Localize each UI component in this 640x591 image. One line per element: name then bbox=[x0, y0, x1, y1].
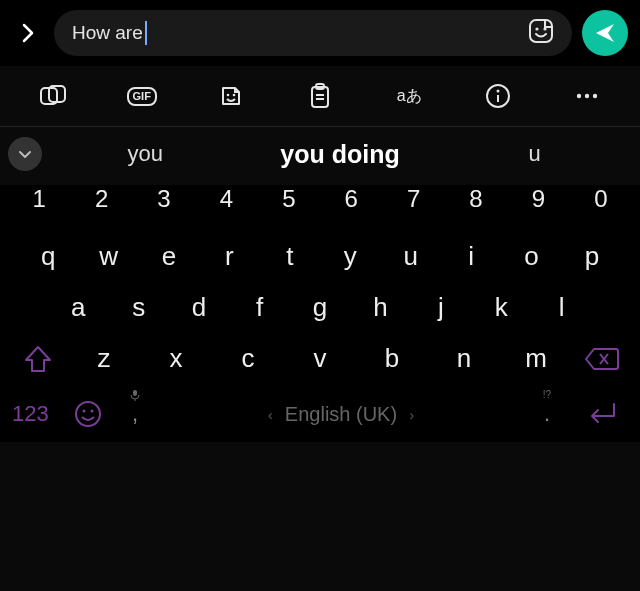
svg-point-6 bbox=[233, 94, 236, 97]
language-label: English (UK) bbox=[285, 403, 397, 426]
suggestion-row: you you doing u bbox=[0, 127, 640, 185]
key-7[interactable]: 7 bbox=[382, 185, 444, 213]
key-1[interactable]: 1 bbox=[8, 185, 70, 213]
key-4[interactable]: 4 bbox=[195, 185, 257, 213]
key-n[interactable]: n bbox=[428, 343, 500, 374]
key-9[interactable]: 9 bbox=[507, 185, 569, 213]
prev-lang-icon: ‹ bbox=[268, 406, 273, 423]
keyboard-toolbar: GIF aあ bbox=[0, 66, 640, 127]
gif-icon[interactable]: GIF bbox=[120, 80, 164, 112]
info-icon[interactable] bbox=[476, 80, 520, 112]
key-m[interactable]: m bbox=[500, 343, 572, 374]
clipboard-icon[interactable] bbox=[298, 80, 342, 112]
key-y[interactable]: y bbox=[320, 241, 380, 272]
more-icon[interactable] bbox=[565, 80, 609, 112]
message-input-text: How are bbox=[72, 22, 143, 44]
key-6[interactable]: 6 bbox=[320, 185, 382, 213]
key-f[interactable]: f bbox=[229, 292, 289, 323]
sticker-icon[interactable] bbox=[528, 18, 554, 48]
enter-key[interactable] bbox=[574, 401, 628, 427]
key-l[interactable]: l bbox=[532, 292, 592, 323]
key-k[interactable]: k bbox=[471, 292, 531, 323]
key-a[interactable]: a bbox=[48, 292, 108, 323]
svg-point-15 bbox=[585, 94, 589, 98]
key-b[interactable]: b bbox=[356, 343, 428, 374]
key-h[interactable]: h bbox=[350, 292, 410, 323]
suggestion-left[interactable]: you bbox=[48, 141, 243, 167]
svg-point-1 bbox=[535, 27, 538, 30]
svg-rect-0 bbox=[530, 20, 552, 42]
backspace-key[interactable] bbox=[572, 346, 632, 372]
key-w[interactable]: w bbox=[78, 241, 138, 272]
key-x[interactable]: x bbox=[140, 343, 212, 374]
key-0[interactable]: 0 bbox=[570, 185, 632, 213]
svg-point-2 bbox=[543, 27, 546, 30]
key-c[interactable]: c bbox=[212, 343, 284, 374]
suggestion-center[interactable]: you doing bbox=[243, 140, 438, 169]
key-s[interactable]: s bbox=[108, 292, 168, 323]
key-j[interactable]: j bbox=[411, 292, 471, 323]
next-lang-icon: › bbox=[409, 406, 414, 423]
key-u[interactable]: u bbox=[380, 241, 440, 272]
key-g[interactable]: g bbox=[290, 292, 350, 323]
shift-key[interactable] bbox=[8, 344, 68, 374]
send-button[interactable] bbox=[582, 10, 628, 56]
text-cursor bbox=[145, 21, 147, 45]
key-v[interactable]: v bbox=[284, 343, 356, 374]
svg-point-5 bbox=[227, 94, 230, 97]
key-2[interactable]: 2 bbox=[70, 185, 132, 213]
key-r[interactable]: r bbox=[199, 241, 259, 272]
key-z[interactable]: z bbox=[68, 343, 140, 374]
suggestion-right[interactable]: u bbox=[437, 141, 632, 167]
comma-key[interactable]: , bbox=[114, 401, 156, 427]
collapse-suggestions-button[interactable] bbox=[8, 137, 42, 171]
svg-point-19 bbox=[91, 410, 94, 413]
svg-point-12 bbox=[497, 90, 500, 93]
message-input[interactable]: How are bbox=[54, 10, 572, 56]
files-icon[interactable] bbox=[31, 80, 75, 112]
expand-input-button[interactable] bbox=[12, 17, 44, 49]
symbols-key[interactable]: 123 bbox=[12, 401, 62, 427]
key-o[interactable]: o bbox=[501, 241, 561, 272]
svg-point-14 bbox=[577, 94, 581, 98]
key-p[interactable]: p bbox=[562, 241, 622, 272]
space-key[interactable]: ‹ English (UK) › bbox=[162, 403, 520, 426]
key-d[interactable]: d bbox=[169, 292, 229, 323]
key-3[interactable]: 3 bbox=[133, 185, 195, 213]
svg-rect-20 bbox=[133, 390, 137, 396]
svg-point-18 bbox=[83, 410, 86, 413]
key-8[interactable]: 8 bbox=[445, 185, 507, 213]
svg-point-16 bbox=[593, 94, 597, 98]
emoji-key[interactable] bbox=[68, 400, 108, 428]
sticker-toolbar-icon[interactable] bbox=[209, 80, 253, 112]
key-e[interactable]: e bbox=[139, 241, 199, 272]
key-t[interactable]: t bbox=[260, 241, 320, 272]
key-5[interactable]: 5 bbox=[258, 185, 320, 213]
key-i[interactable]: i bbox=[441, 241, 501, 272]
key-q[interactable]: q bbox=[18, 241, 78, 272]
svg-point-17 bbox=[76, 402, 100, 426]
mic-hint-icon bbox=[130, 389, 140, 403]
keyboard: 1 2 3 4 5 6 7 8 9 0 q w e r t y u i o p … bbox=[0, 185, 640, 442]
punctuation-hint: !? bbox=[543, 389, 551, 400]
translate-icon[interactable]: aあ bbox=[387, 80, 431, 112]
period-key[interactable]: !? . bbox=[526, 401, 568, 427]
